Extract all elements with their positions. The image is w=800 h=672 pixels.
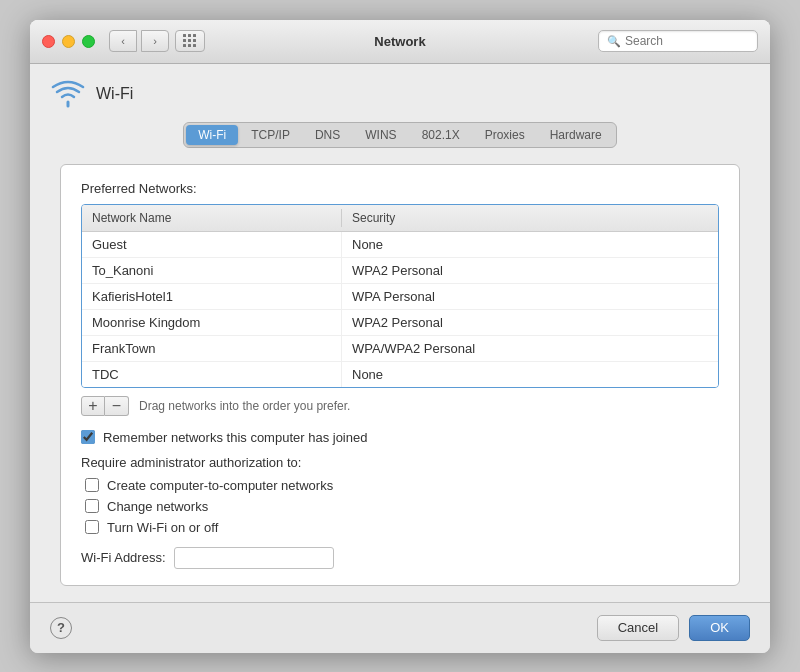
auth-option-create: Create computer-to-computer networks (85, 478, 719, 493)
cell-security-1: WPA2 Personal (342, 258, 718, 283)
table-header: Network Name Security (82, 205, 718, 232)
minimize-button[interactable] (62, 35, 75, 48)
table-row[interactable]: Guest None (82, 232, 718, 258)
tabs: Wi-Fi TCP/IP DNS WINS 802.1X Proxies Har… (183, 122, 616, 148)
wifi-address-label: Wi-Fi Address: (81, 550, 166, 565)
cell-security-5: None (342, 362, 718, 387)
cell-name-4: FrankTown (82, 336, 342, 361)
drag-hint: Drag networks into the order you prefer. (139, 399, 350, 413)
tab-wins[interactable]: WINS (353, 125, 408, 145)
bottom-bar: ? Cancel OK (30, 602, 770, 653)
table-row[interactable]: To_Kanoni WPA2 Personal (82, 258, 718, 284)
add-network-button[interactable]: + (81, 396, 105, 416)
cell-name-1: To_Kanoni (82, 258, 342, 283)
col-header-name: Network Name (82, 209, 342, 227)
wifi-panel: Preferred Networks: Network Name Securit… (60, 164, 740, 586)
grid-icon (183, 34, 197, 48)
cell-security-0: None (342, 232, 718, 257)
tab-tcpip[interactable]: TCP/IP (239, 125, 302, 145)
help-button[interactable]: ? (50, 617, 72, 639)
remember-networks-row: Remember networks this computer has join… (81, 430, 719, 445)
table-controls: + − Drag networks into the order you pre… (81, 396, 719, 416)
auth-options: Create computer-to-computer networks Cha… (85, 478, 719, 535)
auth-turnoff-checkbox[interactable] (85, 520, 99, 534)
tabs-container: Wi-Fi TCP/IP DNS WINS 802.1X Proxies Har… (50, 122, 750, 148)
cancel-button[interactable]: Cancel (597, 615, 679, 641)
cell-name-3: Moonrise Kingdom (82, 310, 342, 335)
nav-buttons: ‹ › (109, 30, 169, 52)
auth-option-turnoff: Turn Wi-Fi on or off (85, 520, 719, 535)
auth-change-checkbox[interactable] (85, 499, 99, 513)
cell-security-4: WPA/WPA2 Personal (342, 336, 718, 361)
ok-button[interactable]: OK (689, 615, 750, 641)
auth-turnoff-label: Turn Wi-Fi on or off (107, 520, 218, 535)
section-header: Wi-Fi (50, 80, 750, 108)
cell-name-0: Guest (82, 232, 342, 257)
cell-name-5: TDC (82, 362, 342, 387)
window-title: Network (374, 34, 425, 49)
col-header-security: Security (342, 209, 718, 227)
networks-table: Network Name Security Guest None To_Kano… (81, 204, 719, 388)
main-content: Wi-Fi Wi-Fi TCP/IP DNS WINS 802.1X Proxi… (30, 64, 770, 602)
auth-create-checkbox[interactable] (85, 478, 99, 492)
forward-button[interactable]: › (141, 30, 169, 52)
table-row[interactable]: FrankTown WPA/WPA2 Personal (82, 336, 718, 362)
section-title: Wi-Fi (96, 85, 133, 103)
auth-option-change: Change networks (85, 499, 719, 514)
search-icon: 🔍 (607, 35, 621, 48)
tab-dot1x[interactable]: 802.1X (410, 125, 472, 145)
titlebar: ‹ › Network 🔍 (30, 20, 770, 64)
tab-dns[interactable]: DNS (303, 125, 352, 145)
search-input[interactable] (625, 34, 749, 48)
cell-security-3: WPA2 Personal (342, 310, 718, 335)
tab-wifi[interactable]: Wi-Fi (186, 125, 238, 145)
grid-button[interactable] (175, 30, 205, 52)
auth-change-label: Change networks (107, 499, 208, 514)
table-body: Guest None To_Kanoni WPA2 Personal Kafie… (82, 232, 718, 387)
maximize-button[interactable] (82, 35, 95, 48)
bottom-actions: Cancel OK (597, 615, 750, 641)
cell-security-2: WPA Personal (342, 284, 718, 309)
wifi-icon (50, 80, 86, 108)
network-window: ‹ › Network 🔍 Wi-Fi (30, 20, 770, 653)
remember-networks-label: Remember networks this computer has join… (103, 430, 367, 445)
auth-section-label: Require administrator authorization to: (81, 455, 719, 470)
close-button[interactable] (42, 35, 55, 48)
cell-name-2: KafierisHotel1 (82, 284, 342, 309)
table-row[interactable]: Moonrise Kingdom WPA2 Personal (82, 310, 718, 336)
table-row[interactable]: TDC None (82, 362, 718, 387)
wifi-address-row: Wi-Fi Address: (81, 547, 719, 569)
table-row[interactable]: KafierisHotel1 WPA Personal (82, 284, 718, 310)
auth-create-label: Create computer-to-computer networks (107, 478, 333, 493)
preferred-networks-label: Preferred Networks: (81, 181, 719, 196)
wifi-address-input[interactable] (174, 547, 334, 569)
back-button[interactable]: ‹ (109, 30, 137, 52)
search-box[interactable]: 🔍 (598, 30, 758, 52)
remove-network-button[interactable]: − (105, 396, 129, 416)
tab-proxies[interactable]: Proxies (473, 125, 537, 145)
tab-hardware[interactable]: Hardware (538, 125, 614, 145)
remember-networks-checkbox[interactable] (81, 430, 95, 444)
traffic-lights (42, 35, 95, 48)
